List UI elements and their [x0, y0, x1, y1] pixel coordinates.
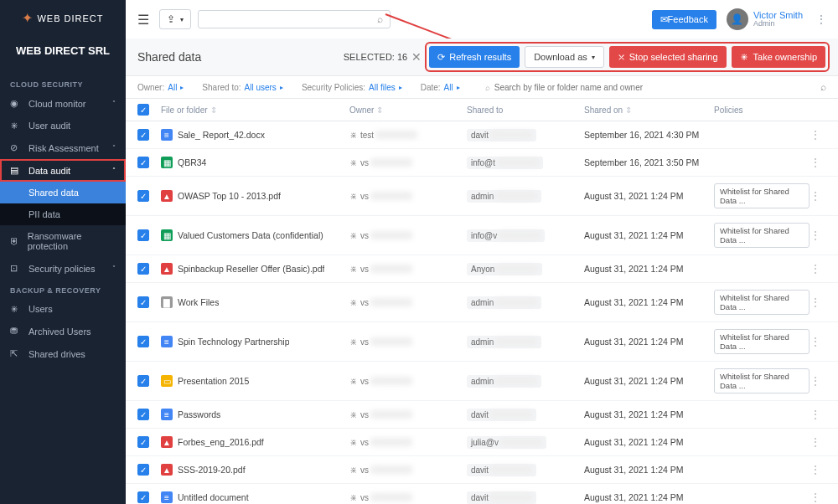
table-row[interactable]: ✓ ≡Passwords ⛯vs davit August 31, 2021 1…	[126, 401, 838, 429]
col-sharedon[interactable]: Shared on⇕	[584, 105, 714, 115]
row-more-icon[interactable]: ⋮	[810, 262, 821, 275]
shared-chip: admin	[467, 296, 541, 309]
filter-policies[interactable]: Security Policies:All files▸	[302, 83, 402, 92]
col-file[interactable]: File or folder⇕	[161, 105, 349, 115]
policy-chip[interactable]: Whitelist for Shared Data ...	[714, 329, 810, 354]
row-more-icon[interactable]: ⋮	[810, 189, 821, 203]
row-checkbox[interactable]: ✓	[137, 263, 149, 275]
row-more-icon[interactable]: ⋮	[810, 156, 821, 169]
table-row[interactable]: ✓ ▲Spinbackup Reseller Offer (Basic).pdf…	[126, 255, 838, 283]
sidebar-item-user-audit[interactable]: ⛯User audit	[0, 115, 126, 136]
row-more-icon[interactable]: ⋮	[810, 128, 821, 141]
feedback-button[interactable]: ✉ Feedback	[652, 10, 716, 29]
table-row[interactable]: ✓ ▲Forbes_eng_2016.pdf ⛯vs julia@v Augus…	[126, 429, 838, 456]
table-row[interactable]: ✓ ▦QBR34 ⛯vs info@t September 16, 2021 3…	[126, 149, 838, 177]
logo-icon: ✦	[22, 10, 34, 26]
policy-chip[interactable]: Whitelist for Shared Data ...	[714, 223, 810, 248]
row-checkbox[interactable]: ✓	[137, 229, 149, 241]
filter-search[interactable]: ⌕	[485, 83, 820, 92]
filter-date[interactable]: Date:All▸	[421, 83, 460, 92]
select-all-checkbox[interactable]: ✓	[137, 104, 149, 116]
sidebar-item-cloud-monitor[interactable]: ◉Cloud monitor˅	[0, 92, 126, 115]
search-input[interactable]	[205, 14, 377, 24]
table-row[interactable]: ✓ ≡Sale_ Report_42.docx ⛯test davit Sept…	[126, 121, 838, 149]
chevron-icon: ˅	[112, 100, 116, 107]
refresh-icon: ⟳	[437, 52, 445, 63]
user-role: Admin	[753, 20, 803, 28]
row-more-icon[interactable]: ⋮	[810, 435, 821, 449]
filter-search-input[interactable]	[494, 83, 820, 92]
row-checkbox[interactable]: ✓	[137, 375, 149, 387]
table-row[interactable]: ✓ ≡Untitled document ⛯vs davit August 31…	[126, 484, 838, 504]
user-icon: ⛯	[349, 465, 358, 475]
sidebar-item-data-audit[interactable]: ▤Data audit˄	[0, 159, 126, 182]
sidebar-item-shared-drives[interactable]: ⇱Shared drives	[0, 342, 126, 365]
sidebar-item-security-policies[interactable]: ⊡Security policies˅	[0, 257, 126, 280]
stop-sharing-button[interactable]: ⤫Stop selected sharing	[609, 46, 727, 68]
sidebar-item-ransomware-protection[interactable]: ⛨Ransomware protection	[0, 225, 126, 257]
chevron-icon: ˄	[112, 167, 116, 174]
search-icon[interactable]: ⌕	[820, 81, 826, 93]
sidebar-item-users[interactable]: ⛯Users	[0, 298, 126, 320]
user-icon: ⛯	[349, 158, 358, 167]
policy-chip[interactable]: Whitelist for Shared Data ...	[714, 290, 810, 315]
file-name: Passwords	[178, 409, 220, 419]
file-name: Spinbackup Reseller Offer (Basic).pdf	[178, 264, 324, 274]
owner-chip: ⛯vs	[349, 231, 412, 240]
close-icon[interactable]: ✕	[411, 50, 422, 64]
col-shared[interactable]: Shared to	[467, 105, 584, 115]
sidebar-item-pii-data[interactable]: PII data	[0, 203, 126, 225]
row-checkbox[interactable]: ✓	[137, 336, 149, 347]
file-type-icon: ≡	[161, 409, 173, 420]
table-row[interactable]: ✓ ▲OWASP Top 10 - 2013.pdf ⛯vs admin Aug…	[126, 177, 838, 216]
menu-label: Security policies	[28, 264, 95, 274]
row-checkbox[interactable]: ✓	[137, 190, 149, 202]
row-checkbox[interactable]: ✓	[137, 436, 149, 448]
filter-shared[interactable]: Shared to:All users▸	[202, 83, 283, 92]
row-more-icon[interactable]: ⋮	[810, 296, 821, 309]
user-menu[interactable]: 👤 Victor Smith Admin	[727, 8, 803, 30]
row-checkbox[interactable]: ✓	[137, 464, 149, 476]
table-row[interactable]: ✓ ▦Valued Customers Data (confidential) …	[126, 216, 838, 255]
user-icon: ⛯	[349, 231, 358, 240]
sidebar-item-risk-assessment[interactable]: ⊘Risk Assessment˅	[0, 136, 126, 159]
row-more-icon[interactable]: ⋮	[810, 491, 821, 504]
filter-owner[interactable]: Owner:All▸	[137, 83, 184, 92]
table-row[interactable]: ✓ ▇Work Files ⛯vs admin August 31, 2021 …	[126, 283, 838, 322]
row-more-icon[interactable]: ⋮	[810, 463, 821, 476]
row-checkbox[interactable]: ✓	[137, 157, 149, 168]
sidebar-item-archived-users[interactable]: ⛃Archived Users	[0, 320, 126, 342]
menu-icon: ⛃	[10, 326, 22, 337]
table-row[interactable]: ✓ ▭Presentation 2015 ⛯vs admin August 31…	[126, 362, 838, 401]
row-checkbox[interactable]: ✓	[137, 129, 149, 141]
shared-on: August 31, 2021 1:24 PM	[584, 264, 714, 274]
col-owner[interactable]: Owner⇕	[349, 105, 467, 115]
menu-toggle-icon[interactable]: ☰	[137, 12, 149, 28]
global-search[interactable]: ⌕	[198, 10, 391, 28]
table-row[interactable]: ✓ ≡Spin Technology Partnership ⛯vs admin…	[126, 322, 838, 362]
row-checkbox[interactable]: ✓	[137, 491, 149, 503]
top-more-icon[interactable]: ⋮	[816, 13, 826, 25]
table-row[interactable]: ✓ ▲SSS-2019-20.pdf ⛯vs davit August 31, …	[126, 456, 838, 484]
row-more-icon[interactable]: ⋮	[810, 374, 821, 388]
policy-chip[interactable]: Whitelist for Shared Data ...	[714, 183, 810, 208]
take-ownership-button[interactable]: ⛯Take ownership	[732, 46, 825, 68]
refresh-button[interactable]: ⟳Refresh results	[429, 46, 520, 68]
menu-label: Shared data	[28, 188, 79, 198]
row-more-icon[interactable]: ⋮	[810, 335, 821, 348]
owner-chip: ⛯vs	[349, 377, 412, 386]
user-icon: ⛯	[349, 438, 358, 447]
row-checkbox[interactable]: ✓	[137, 296, 149, 308]
share-dropdown[interactable]: ⇪ ▾	[159, 9, 191, 29]
row-more-icon[interactable]: ⋮	[810, 229, 821, 242]
owner-chip: ⛯vs	[349, 158, 412, 167]
shared-on: September 16, 2021 4:30 PM	[584, 130, 714, 140]
menu-label: Cloud monitor	[28, 99, 85, 109]
shared-on: August 31, 2021 1:24 PM	[584, 297, 714, 307]
row-more-icon[interactable]: ⋮	[810, 408, 821, 421]
download-button[interactable]: Download as▾	[525, 46, 604, 68]
col-policies[interactable]: Policies	[714, 105, 810, 115]
policy-chip[interactable]: Whitelist for Shared Data ...	[714, 368, 810, 393]
sidebar-item-shared-data[interactable]: Shared data	[0, 182, 126, 203]
row-checkbox[interactable]: ✓	[137, 409, 149, 420]
